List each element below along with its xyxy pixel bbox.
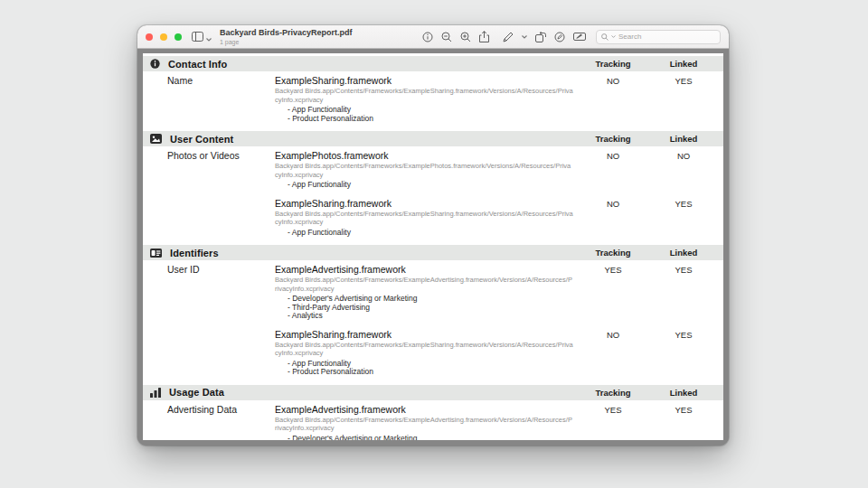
framework-name: ExampleAdvertising.framework bbox=[275, 405, 579, 415]
tracking-value: NO bbox=[579, 330, 647, 377]
purpose-list: Developer's Advertising or MarketingThir… bbox=[275, 435, 579, 441]
close-button[interactable] bbox=[146, 33, 153, 41]
data-type-label bbox=[167, 199, 275, 238]
section-header-bar: Contact Info Tracking Linked bbox=[143, 56, 723, 71]
chevron-down-icon bbox=[206, 29, 212, 45]
framework-entry: Photos or Videos ExamplePhotos.framework… bbox=[143, 151, 723, 190]
window-controls bbox=[146, 33, 182, 41]
markup-button[interactable] bbox=[503, 32, 514, 42]
framework-name: ExampleSharing.framework bbox=[275, 199, 579, 209]
section-rows: Photos or Videos ExamplePhotos.framework… bbox=[143, 146, 723, 245]
tracking-value: NO bbox=[579, 76, 647, 123]
purpose-list: App FunctionalityProduct Personalization bbox=[275, 106, 579, 123]
framework-path: Backyard Birds.app/Contents/Frameworks/E… bbox=[275, 341, 573, 358]
section-header-bar: Identifiers Tracking Linked bbox=[143, 245, 723, 260]
section-title: Usage Data bbox=[169, 387, 224, 398]
purpose-item: App Functionality bbox=[288, 229, 579, 238]
purpose-list: Developer's Advertising or MarketingThir… bbox=[275, 295, 579, 321]
section-rows: Advertising Data ExampleAdvertising.fram… bbox=[143, 400, 723, 441]
pdf-page: Contact Info Tracking Linked Name Exampl… bbox=[143, 53, 723, 440]
tracking-value: YES bbox=[579, 405, 647, 441]
section-title: Identifiers bbox=[170, 248, 219, 258]
tracking-value: NO bbox=[579, 199, 647, 238]
purpose-list: App FunctionalityProduct Personalization bbox=[275, 360, 579, 377]
linked-value: YES bbox=[647, 405, 720, 441]
purpose-item: Product Personalization bbox=[288, 368, 579, 377]
section-title: Contact Info bbox=[168, 59, 227, 70]
purpose-item: Product Personalization bbox=[288, 115, 579, 124]
markup-chevron-down-icon[interactable] bbox=[522, 35, 527, 39]
info-button[interactable] bbox=[422, 32, 433, 42]
preview-window: Backyard Birds-PrivacyReport.pdf 1 page bbox=[137, 25, 729, 446]
section-title: User Content bbox=[170, 134, 233, 145]
tracking-column-header: Tracking bbox=[579, 248, 647, 258]
framework-entry: Advertising Data ExampleAdvertising.fram… bbox=[143, 405, 723, 441]
purpose-item: Analytics bbox=[288, 312, 579, 321]
tracking-value: NO bbox=[579, 151, 647, 190]
rotate-button[interactable] bbox=[535, 32, 546, 42]
info-icon bbox=[150, 59, 160, 69]
data-type-label: User ID bbox=[167, 265, 275, 321]
fill-sign-button[interactable] bbox=[573, 32, 586, 42]
search-input[interactable]: Search bbox=[596, 30, 721, 44]
linked-value: YES bbox=[647, 199, 720, 238]
sidebar-toggle-button[interactable] bbox=[192, 29, 212, 45]
linked-value: YES bbox=[647, 330, 720, 377]
document-title-block: Backyard Birds-PrivacyReport.pdf 1 page bbox=[220, 29, 353, 45]
sidebar-icon bbox=[192, 29, 203, 45]
zoom-in-button[interactable] bbox=[460, 32, 471, 42]
framework-entry: ExampleSharing.framework Backyard Birds.… bbox=[143, 199, 723, 238]
document-page-count: 1 page bbox=[220, 39, 353, 45]
framework-path: Backyard Birds.app/Contents/Frameworks/E… bbox=[275, 87, 573, 104]
framework-name: ExamplePhotos.framework bbox=[275, 151, 579, 161]
section-rows: User ID ExampleAdvertising.framework Bac… bbox=[143, 260, 723, 385]
framework-entry: Name ExampleSharing.framework Backyard B… bbox=[143, 76, 723, 123]
bar-chart-icon bbox=[150, 388, 161, 398]
data-type-label: Advertising Data bbox=[167, 405, 275, 441]
purpose-item: Developer's Advertising or Marketing bbox=[288, 435, 579, 441]
tracking-column-header: Tracking bbox=[579, 134, 647, 144]
zoom-out-button[interactable] bbox=[441, 32, 452, 42]
linked-column-header: Linked bbox=[647, 59, 720, 69]
search-placeholder: Search bbox=[618, 33, 641, 41]
linked-column-header: Linked bbox=[647, 134, 720, 144]
purpose-item: App Functionality bbox=[288, 181, 579, 190]
framework-entry: User ID ExampleAdvertising.framework Bac… bbox=[143, 265, 723, 321]
zoom-button[interactable] bbox=[175, 33, 182, 41]
photos-icon bbox=[150, 134, 162, 144]
tracking-column-header: Tracking bbox=[579, 388, 647, 398]
purpose-list: App Functionality bbox=[275, 229, 579, 238]
annotate-button[interactable] bbox=[554, 32, 565, 42]
linked-value: YES bbox=[647, 76, 720, 123]
linked-value: NO bbox=[647, 151, 720, 190]
framework-path: Backyard Birds.app/Contents/Frameworks/E… bbox=[275, 162, 573, 179]
document-scroll-area[interactable]: Contact Info Tracking Linked Name Exampl… bbox=[137, 50, 729, 446]
purpose-item: Third-Party Advertising bbox=[288, 304, 579, 313]
share-button[interactable] bbox=[479, 31, 489, 42]
search-scope-chevron-icon bbox=[611, 35, 616, 38]
minimize-button[interactable] bbox=[160, 33, 167, 41]
search-icon bbox=[601, 33, 609, 41]
section-header-bar: User Content Tracking Linked bbox=[143, 131, 723, 146]
id-card-icon bbox=[150, 249, 162, 258]
data-type-label: Name bbox=[167, 76, 275, 123]
framework-path: Backyard Birds.app/Contents/Frameworks/E… bbox=[275, 416, 573, 433]
linked-column-header: Linked bbox=[647, 248, 720, 258]
privacy-section: Usage Data Tracking Linked Advertising D… bbox=[143, 385, 723, 441]
framework-entry: ExampleSharing.framework Backyard Birds.… bbox=[143, 330, 723, 377]
privacy-section: User Content Tracking Linked Photos or V… bbox=[143, 131, 723, 245]
privacy-section: Identifiers Tracking Linked User ID Exam… bbox=[143, 245, 723, 385]
framework-name: ExampleAdvertising.framework bbox=[275, 265, 579, 275]
data-type-label: Photos or Videos bbox=[167, 151, 275, 190]
framework-name: ExampleSharing.framework bbox=[275, 76, 579, 86]
window-titlebar[interactable]: Backyard Birds-PrivacyReport.pdf 1 page bbox=[137, 25, 729, 49]
document-title: Backyard Birds-PrivacyReport.pdf bbox=[220, 29, 353, 37]
purpose-list: App Functionality bbox=[275, 181, 579, 190]
tracking-column-header: Tracking bbox=[579, 59, 647, 69]
linked-value: YES bbox=[647, 265, 720, 321]
data-type-label bbox=[167, 330, 275, 377]
privacy-section: Contact Info Tracking Linked Name Exampl… bbox=[143, 56, 723, 131]
framework-path: Backyard Birds.app/Contents/Frameworks/E… bbox=[275, 210, 573, 227]
tracking-value: YES bbox=[579, 265, 647, 321]
framework-name: ExampleSharing.framework bbox=[275, 330, 579, 340]
